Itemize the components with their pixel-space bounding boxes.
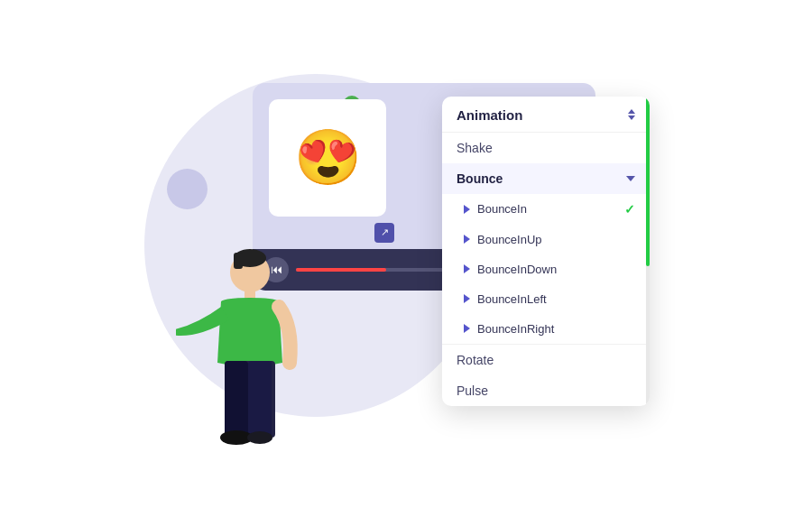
subitem-bounceindown[interactable]: BounceInDown xyxy=(442,254,650,284)
person-svg xyxy=(176,245,320,480)
bounceindown-label: BounceInDown xyxy=(477,263,557,276)
subitem-bounceinright[interactable]: BounceInRight xyxy=(442,314,650,344)
animation-header: Animation xyxy=(442,97,650,133)
bounceinleft-label: BounceInLeft xyxy=(477,292,547,306)
bounce-label: Bounce xyxy=(457,171,503,186)
sort-icon[interactable] xyxy=(628,109,635,120)
animation-panel: Animation Shake Bounce BounceIn ✓ Boun xyxy=(442,97,650,406)
subitem-bounceinleft[interactable]: BounceInLeft xyxy=(442,284,650,314)
shake-label: Shake xyxy=(457,141,493,155)
person-illustration xyxy=(176,245,320,480)
play-arrow-icon-2 xyxy=(464,235,470,244)
selected-checkmark: ✓ xyxy=(624,202,635,217)
category-shake[interactable]: Shake xyxy=(442,133,650,163)
animation-title: Animation xyxy=(457,107,522,123)
svg-rect-6 xyxy=(225,361,248,438)
svg-rect-2 xyxy=(234,253,243,269)
bottom-categories: Rotate Pulse xyxy=(442,344,650,406)
pulse-label: Pulse xyxy=(457,383,488,398)
emoji-display: 😍 xyxy=(269,99,386,217)
svg-point-9 xyxy=(247,431,272,444)
play-arrow-icon-4 xyxy=(464,294,470,303)
sort-down-arrow xyxy=(628,115,635,120)
emoji: 😍 xyxy=(294,125,362,189)
play-arrow-icon xyxy=(464,205,470,214)
play-arrow-icon-5 xyxy=(464,324,470,333)
category-bounce[interactable]: Bounce xyxy=(442,163,650,194)
play-arrow-icon-3 xyxy=(464,264,470,273)
category-pulse[interactable]: Pulse xyxy=(442,375,650,406)
bounceinup-label: BounceInUp xyxy=(477,233,542,246)
svg-rect-7 xyxy=(248,361,272,438)
bounce-subitems: BounceIn ✓ BounceInUp BounceInDown Bounc… xyxy=(442,194,650,344)
bounce-expand-arrow xyxy=(626,176,635,181)
subitem-bouncein[interactable]: BounceIn ✓ xyxy=(442,194,650,225)
subitem-bounceinup[interactable]: BounceInUp xyxy=(442,225,650,254)
bg-circle-small xyxy=(167,169,208,209)
link-icon[interactable] xyxy=(374,223,394,243)
main-scene: 😍 ⏮ ⛶ Animation xyxy=(90,29,722,480)
category-rotate[interactable]: Rotate xyxy=(442,345,650,375)
bouncein-label: BounceIn xyxy=(477,202,527,216)
bounceinright-label: BounceInRight xyxy=(477,322,554,336)
rotate-label: Rotate xyxy=(457,353,494,367)
sort-up-arrow xyxy=(628,109,635,114)
